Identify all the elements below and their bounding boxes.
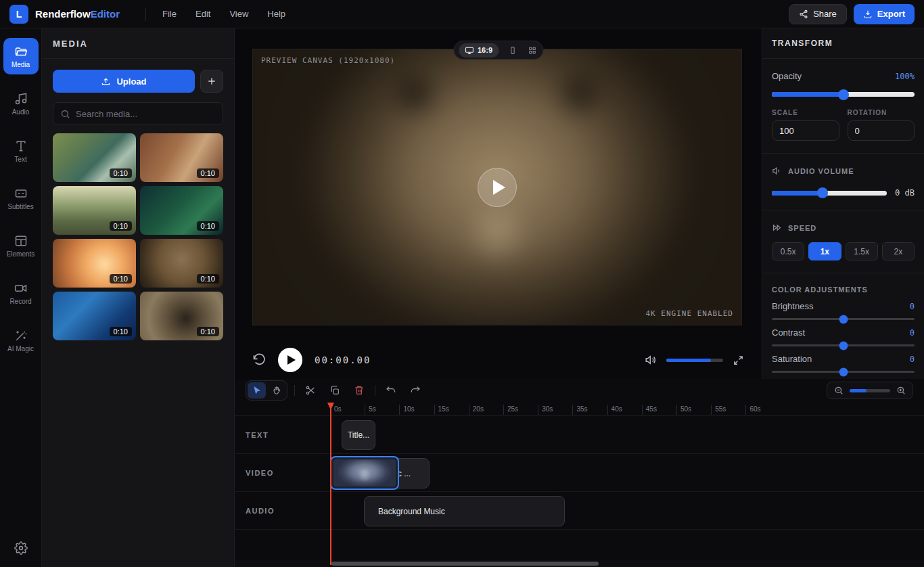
- ruler-tick: 35s: [572, 405, 587, 415]
- audio-volume-slider[interactable]: [772, 191, 887, 196]
- media-item-forest-railway[interactable]: 0:10: [53, 186, 136, 235]
- playhead[interactable]: [330, 403, 331, 565]
- saturation-thumb[interactable]: [839, 367, 848, 376]
- app-logo: L: [9, 5, 28, 24]
- timeline-zoom-controls: [827, 382, 913, 399]
- inspector-panel: TRANSFORM Opacity 100% SCALE ROTATION AU…: [762, 28, 924, 379]
- sidebar-item-media[interactable]: Media: [3, 38, 39, 74]
- sidebar-item-elements[interactable]: Elements: [3, 227, 39, 264]
- volume-db-value: 0 dB: [895, 188, 915, 198]
- speed-1x-button[interactable]: 1x: [808, 242, 841, 260]
- sidebar-item-record[interactable]: Record: [3, 275, 39, 311]
- restart-button[interactable]: [252, 353, 266, 367]
- toolbar-divider: [375, 385, 375, 396]
- contrast-slider[interactable]: [772, 344, 915, 346]
- scissors-icon: [305, 385, 316, 396]
- media-search: [53, 102, 223, 125]
- media-item-pottery-table[interactable]: 0:10: [140, 133, 223, 182]
- audio-volume-thumb[interactable]: [817, 187, 828, 198]
- select-tool-button[interactable]: [248, 382, 266, 399]
- media-item-lioness[interactable]: 0:10: [140, 239, 223, 288]
- media-item-camera-hands[interactable]: 0:10: [140, 292, 223, 340]
- add-media-button[interactable]: [200, 70, 223, 93]
- sidebar-item-subtitles[interactable]: Subtitles: [3, 180, 39, 217]
- media-item-sunset-portrait[interactable]: 0:10: [53, 239, 136, 288]
- timecode-display: 00:00.00: [315, 355, 371, 365]
- sidebar-item-audio[interactable]: Audio: [3, 85, 39, 122]
- timeline: 0s5s10s15s20s25s30s35s40s45s50s55s60s TE…: [235, 379, 924, 567]
- media-item-blue-water[interactable]: 0:10: [53, 292, 136, 340]
- duration-badge: 0:10: [110, 221, 132, 231]
- zoom-out-button[interactable]: [834, 386, 844, 395]
- track-audio-label: AUDIO: [246, 507, 275, 515]
- volume-fill: [666, 359, 711, 362]
- search-input[interactable]: [76, 109, 216, 119]
- saturation-slider[interactable]: [772, 371, 915, 373]
- timeline-scrollbar-thumb[interactable]: [331, 562, 599, 566]
- speed-1-5x-button[interactable]: 1.5x: [846, 242, 878, 260]
- menu-file[interactable]: File: [162, 9, 177, 19]
- menu-help[interactable]: Help: [267, 9, 285, 19]
- restart-icon: [252, 353, 266, 367]
- sidebar-item-text[interactable]: Text: [3, 133, 39, 169]
- logo-letter: L: [16, 9, 22, 20]
- redo-button[interactable]: [407, 382, 424, 399]
- settings-gear-icon[interactable]: [14, 541, 28, 555]
- music-icon: [14, 92, 28, 106]
- media-item-green-leaves[interactable]: 0:10: [140, 186, 223, 235]
- volume-slider[interactable]: [666, 359, 723, 362]
- fullscreen-icon: [733, 355, 744, 366]
- export-button[interactable]: Export: [854, 4, 915, 24]
- preview-canvas[interactable]: PREVIEW CANVAS (1920x1080) 4K ENGINE ENA…: [252, 49, 742, 325]
- transform-title: TRANSFORM: [762, 28, 924, 59]
- section-divider: [762, 273, 924, 273]
- clip-background-music[interactable]: Background Music: [364, 496, 565, 526]
- rotation-input[interactable]: [848, 120, 915, 141]
- menu-view[interactable]: View: [229, 9, 248, 19]
- hand-tool-button[interactable]: [267, 382, 285, 399]
- volume-icon[interactable]: [645, 354, 657, 366]
- split-tool-button[interactable]: [302, 382, 319, 399]
- aspect-16-9-button[interactable]: 16:9: [459, 43, 499, 58]
- play-button[interactable]: [278, 348, 302, 372]
- track-text-label: TEXT: [246, 431, 269, 439]
- camera-icon: [14, 281, 28, 295]
- rotation-label: ROTATION: [848, 109, 915, 116]
- menu-edit[interactable]: Edit: [195, 9, 210, 19]
- search-icon: [60, 109, 70, 119]
- sidebar-item-ai-magic[interactable]: AI Magic: [3, 322, 39, 359]
- zoom-slider[interactable]: [850, 389, 890, 392]
- brightness-thumb[interactable]: [839, 315, 848, 323]
- media-item-coastal-mountains[interactable]: 0:10: [53, 133, 136, 182]
- share-button[interactable]: Share: [789, 4, 847, 24]
- ruler-tick: 15s: [434, 405, 449, 415]
- undo-button[interactable]: [382, 382, 400, 399]
- opacity-slider[interactable]: [772, 92, 915, 97]
- undo-icon: [386, 385, 396, 396]
- speed-0-5x-button[interactable]: 0.5x: [772, 242, 804, 260]
- scale-input[interactable]: [772, 120, 839, 141]
- aspect-grid-button[interactable]: [526, 46, 538, 55]
- clip-title[interactable]: Title...: [342, 420, 375, 450]
- contrast-label: Contrast: [772, 327, 805, 338]
- opacity-slider-thumb[interactable]: [838, 89, 849, 100]
- play-icon: [493, 180, 505, 195]
- aspect-vertical-button[interactable]: [507, 46, 518, 55]
- clip-video-selected[interactable]: [330, 456, 399, 490]
- redo-icon: [410, 385, 421, 396]
- speed-2x-button[interactable]: 2x: [882, 242, 915, 260]
- fullscreen-button[interactable]: [733, 355, 744, 366]
- saturation-label: Saturation: [772, 354, 812, 364]
- zoom-in-button[interactable]: [896, 386, 906, 395]
- upload-icon: [101, 76, 111, 87]
- duplicate-button[interactable]: [326, 382, 344, 399]
- brightness-slider[interactable]: [772, 318, 915, 320]
- timeline-ruler[interactable]: 0s5s10s15s20s25s30s35s40s45s50s55s60s: [235, 403, 924, 416]
- upload-button[interactable]: Upload: [53, 70, 195, 93]
- delete-button[interactable]: [350, 382, 368, 399]
- preview-play-button[interactable]: [478, 168, 517, 207]
- opacity-label: Opacity: [772, 71, 802, 81]
- timeline-scrollbar: [235, 560, 924, 567]
- contrast-thumb[interactable]: [839, 341, 848, 350]
- speed-icon: [772, 223, 782, 233]
